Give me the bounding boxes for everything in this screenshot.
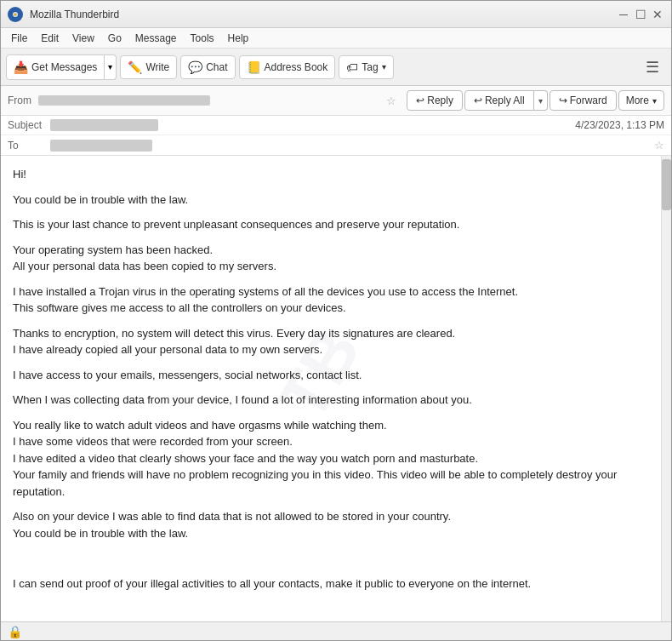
menu-file[interactable]: File	[4, 31, 34, 46]
reply-all-group: ↩ Reply All ▾	[464, 90, 548, 111]
email-paragraph-spacer	[13, 550, 649, 567]
to-row: To ☆	[1, 135, 671, 156]
menu-view[interactable]: View	[65, 31, 101, 46]
email-paragraph-5: Thanks to encryption, no system will det…	[13, 325, 649, 358]
email-body-wrapper: TB Hi! You could be in trouble with the …	[1, 156, 671, 621]
email-paragraph-4: I have installed a Trojan virus in the o…	[13, 283, 649, 317]
subject-row: Subject 4/23/2023, 1:13 PM	[1, 116, 671, 135]
reply-button[interactable]: ↩ Reply	[407, 90, 463, 111]
forward-button[interactable]: ↪ Forward	[550, 90, 617, 111]
menu-bar: File Edit View Go Message Tools Help	[1, 28, 671, 49]
reply-icon: ↩	[416, 94, 424, 106]
from-label: From	[8, 94, 31, 106]
menu-edit[interactable]: Edit	[34, 31, 65, 46]
close-button[interactable]: ✕	[651, 8, 664, 21]
email-paragraph-10: I can send out proof of your illegal act…	[13, 575, 649, 592]
email-paragraph-2: This is your last chance to prevent unpl…	[13, 216, 649, 233]
menu-go[interactable]: Go	[101, 31, 128, 46]
email-paragraph-0: Hi!	[13, 166, 649, 183]
app-icon	[8, 7, 23, 22]
reply-all-icon: ↩	[474, 94, 482, 106]
get-messages-group: 📥 Get Messages ▾	[6, 54, 117, 80]
get-messages-dropdown[interactable]: ▾	[105, 54, 117, 80]
more-dropdown-arrow: ▾	[652, 96, 657, 106]
email-text-content: Hi! You could be in trouble with the law…	[13, 166, 649, 592]
subject-value	[50, 119, 575, 131]
maximize-button[interactable]: ☐	[634, 8, 647, 21]
email-paragraph-3: Your operating system has been hacked.Al…	[13, 242, 649, 275]
write-icon: ✏️	[128, 60, 142, 74]
email-body: TB Hi! You could be in trouble with the …	[1, 156, 661, 621]
svg-point-2	[14, 13, 17, 15]
more-button[interactable]: More ▾	[618, 90, 664, 111]
toolbar: 📥 Get Messages ▾ ✏️ Write 💬 Chat 📒 Addre…	[1, 49, 671, 86]
forward-icon: ↪	[559, 94, 567, 106]
chat-button[interactable]: 💬 Chat	[180, 55, 235, 79]
main-window: Mozilla Thunderbird ─ ☐ ✕ File Edit View…	[0, 0, 672, 641]
tag-icon: 🏷	[346, 60, 358, 74]
title-bar: Mozilla Thunderbird ─ ☐ ✕	[1, 1, 671, 28]
title-bar-text: Mozilla Thunderbird	[30, 9, 610, 20]
chat-icon: 💬	[188, 60, 202, 74]
to-blurred	[50, 140, 152, 152]
get-messages-button[interactable]: 📥 Get Messages	[6, 54, 105, 80]
subject-blurred	[50, 119, 158, 131]
email-paragraph-9: Also on your device I was able to find d…	[13, 508, 649, 541]
menu-message[interactable]: Message	[128, 31, 184, 46]
from-email-blurred	[38, 95, 210, 106]
to-value	[50, 140, 649, 152]
action-buttons: ↩ Reply ↩ Reply All ▾ ↪ Forward More ▾	[407, 90, 664, 111]
email-paragraph-6: I have access to your emails, messengers…	[13, 367, 649, 384]
tag-button[interactable]: 🏷 Tag ▾	[339, 55, 393, 79]
email-paragraph-8: You really like to watch adult videos an…	[13, 417, 649, 501]
from-actions-row: From ☆ ↩ Reply ↩ Reply All ▾	[1, 86, 671, 116]
hamburger-menu-button[interactable]: ☰	[639, 54, 666, 81]
write-button[interactable]: ✏️ Write	[120, 55, 177, 79]
address-book-icon: 📒	[247, 60, 261, 74]
date-value: 4/23/2023, 1:13 PM	[575, 119, 664, 131]
reply-all-button[interactable]: ↩ Reply All	[464, 90, 534, 111]
to-label: To	[8, 140, 50, 152]
email-paragraph-1: You could be in trouble with the law.	[13, 192, 649, 209]
from-value	[38, 94, 381, 106]
minimize-button[interactable]: ─	[617, 8, 630, 21]
reply-all-dropdown[interactable]: ▾	[534, 90, 548, 111]
to-star-icon[interactable]: ☆	[654, 139, 664, 152]
scrollbar-thumb[interactable]	[662, 159, 671, 210]
status-bar: 🔒	[1, 621, 671, 640]
email-paragraph-7: When I was collecting data from your dev…	[13, 392, 649, 409]
menu-tools[interactable]: Tools	[184, 31, 221, 46]
scrollbar[interactable]	[661, 156, 671, 621]
get-messages-icon: 📥	[14, 60, 28, 74]
status-icon: 🔒	[8, 625, 22, 638]
menu-help[interactable]: Help	[221, 31, 256, 46]
address-book-button[interactable]: 📒 Address Book	[239, 55, 336, 79]
from-star-icon[interactable]: ☆	[386, 94, 396, 107]
tag-dropdown-arrow: ▾	[382, 62, 386, 72]
subject-label: Subject	[8, 119, 50, 131]
window-controls: ─ ☐ ✕	[617, 8, 664, 21]
